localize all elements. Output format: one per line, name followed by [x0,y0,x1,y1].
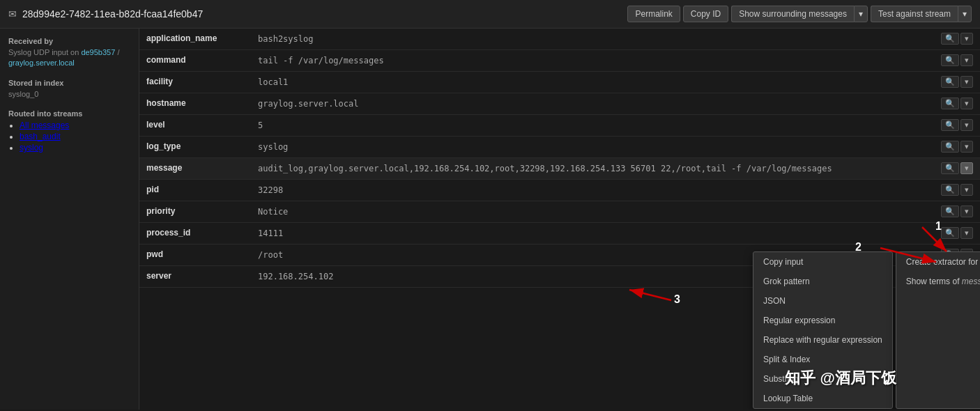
header-title: ✉ 28d994e2-7482-11ea-b82d-fcaa14fe0b47 [8,8,203,20]
field-row-command: command tail -f /var/log/messages 🔍 ▾ [139,50,980,72]
dropdown-item-split-index[interactable]: Split & Index [753,350,892,369]
test-stream-button[interactable]: Test against stream [871,6,958,22]
field-name-pid: pid [146,184,258,194]
message-id: 28d994e2-7482-11ea-b82d-fcaa14fe0b47 [22,8,203,20]
field-search-btn-application-name[interactable]: 🔍 [941,33,959,45]
field-row-level: level 5 🔍 ▾ [139,115,980,137]
svg-line-3 [629,290,671,300]
dropdown-item-replace-regex[interactable]: Replace with regular expression [753,330,892,350]
dropdown-item-lookup-table[interactable]: Lookup Table [753,389,892,408]
field-row-hostname: hostname graylog.server.local 🔍 ▾ [139,93,980,115]
field-row-application-name: application_name bash2syslog 🔍 ▾ [139,29,980,50]
field-value-log-type: syslog [258,141,935,153]
field-menu-btn-application-name[interactable]: ▾ [960,33,973,45]
field-menu-btn-hostname[interactable]: ▾ [960,98,973,109]
field-actions-command: 🔍 ▾ [941,54,973,66]
input-link[interactable]: de95b357 [81,48,115,56]
stream-link-syslog[interactable]: syslog [20,143,43,153]
field-name-level: level [146,119,258,130]
field-search-btn-facility[interactable]: 🔍 [941,76,959,88]
streams-list: All messages bash_audit syslog [8,121,130,153]
field-actions-hostname: 🔍 ▾ [941,98,973,109]
field-row-facility: facility local1 🔍 ▾ [139,72,980,93]
field-value-application-name: bash2syslog [258,33,935,45]
stream-item-bash-audit: bash_audit [20,132,130,141]
field-menu-btn-log-type[interactable]: ▾ [960,141,973,153]
field-menu-btn-facility[interactable]: ▾ [960,76,973,88]
surrounding-messages-split: Show surrounding messages ▾ [731,6,868,22]
field-value-pid: 32298 [258,184,935,196]
fields-panel: application_name bash2syslog 🔍 ▾ command… [139,29,980,410]
received-by-text: Syslog UDP input on [8,48,79,56]
field-actions-process-id: 🔍 ▾ [941,227,973,239]
dropdown-item-json[interactable]: JSON [753,291,892,311]
routed-title: Routed into streams [8,109,130,118]
field-value-message: audit_log,graylog.server.local,192.168.2… [258,162,935,175]
field-row-message: message audit_log,graylog.server.local,1… [139,158,980,180]
field-row-process-id: process_id 14111 🔍 ▾ [139,223,980,245]
field-name-log-type: log_type [146,141,258,151]
dropdown-item-show-terms[interactable]: Show terms of message [896,272,980,291]
field-search-btn-process-id[interactable]: 🔍 [941,227,959,239]
received-by-section: Received by Syslog UDP input on de95b357… [8,37,130,69]
field-actions-facility: 🔍 ▾ [941,76,973,88]
stream-link-all-messages[interactable]: All messages [20,121,69,130]
field-name-facility: facility [146,76,258,86]
field-value-priority: Notice [258,206,935,218]
field-value-facility: local1 [258,76,935,88]
field-search-btn-hostname[interactable]: 🔍 [941,98,959,109]
envelope-icon: ✉ [8,8,17,20]
field-search-btn-level[interactable]: 🔍 [941,119,959,131]
field-value-command: tail -f /var/log/messages [258,54,935,67]
stream-link-bash-audit[interactable]: bash_audit [20,132,61,141]
primary-dropdown-menu: Copy input Grok pattern JSON Regular exp… [753,251,893,409]
test-stream-caret[interactable]: ▾ [958,6,972,22]
surrounding-messages-button[interactable]: Show surrounding messages [731,6,854,22]
field-value-process-id: 14111 [258,227,935,240]
field-menu-btn-priority[interactable]: ▾ [960,206,973,217]
annotation-3: 3 [674,293,680,306]
field-name-message: message [146,162,258,173]
main-content: Received by Syslog UDP input on de95b357… [0,29,980,410]
surrounding-messages-caret[interactable]: ▾ [854,6,868,22]
field-menu-btn-command[interactable]: ▾ [960,54,973,66]
routed-streams-section: Routed into streams All messages bash_au… [8,109,130,153]
stream-item-syslog: syslog [20,143,130,153]
field-search-btn-message[interactable]: 🔍 [941,162,959,174]
field-name-application-name: application_name [146,33,258,43]
sidebar: Received by Syslog UDP input on de95b357… [0,29,139,410]
field-name-pwd: pwd [146,249,258,259]
copy-id-button[interactable]: Copy ID [683,6,728,22]
field-value-level: 5 [258,119,935,132]
field-search-btn-log-type[interactable]: 🔍 [941,141,959,153]
field-menu-btn-level[interactable]: ▾ [960,119,973,131]
stream-item-all: All messages [20,121,130,130]
field-actions-level: 🔍 ▾ [941,119,973,131]
header-actions: Permalink Copy ID Show surrounding messa… [627,6,972,22]
field-name-server: server [146,270,258,281]
dropdown-container: Copy input Grok pattern JSON Regular exp… [753,251,980,409]
field-search-btn-priority[interactable]: 🔍 [941,206,959,217]
stored-value: syslog_0 [8,89,130,100]
dropdown-item-grok-pattern[interactable]: Grok pattern [753,272,892,291]
field-actions-message: 🔍 ▾ [941,162,973,174]
dropdown-item-copy-input[interactable]: Copy input [753,252,892,272]
field-menu-btn-message[interactable]: ▾ [960,162,973,174]
field-value-hostname: graylog.server.local [258,98,935,110]
field-name-hostname: hostname [146,98,258,108]
field-name-priority: priority [146,206,258,216]
header-bar: ✉ 28d994e2-7482-11ea-b82d-fcaa14fe0b47 P… [0,0,980,29]
field-actions-pid: 🔍 ▾ [941,184,973,196]
dropdown-item-regular-expression[interactable]: Regular expression [753,311,892,330]
server-link[interactable]: graylog.server.local [8,59,75,67]
permalink-button[interactable]: Permalink [627,6,680,22]
dropdown-item-substring[interactable]: Substring [753,369,892,389]
field-row-pid: pid 32298 🔍 ▾ [139,180,980,201]
dropdown-item-create-extractor[interactable]: Create extractor for field message [896,252,980,272]
received-by-slash: / [117,48,119,56]
field-search-btn-pid[interactable]: 🔍 [941,184,959,196]
field-menu-btn-process-id[interactable]: ▾ [960,227,973,239]
field-search-btn-command[interactable]: 🔍 [941,54,959,66]
field-menu-btn-pid[interactable]: ▾ [960,184,973,196]
field-name-command: command [146,54,258,65]
